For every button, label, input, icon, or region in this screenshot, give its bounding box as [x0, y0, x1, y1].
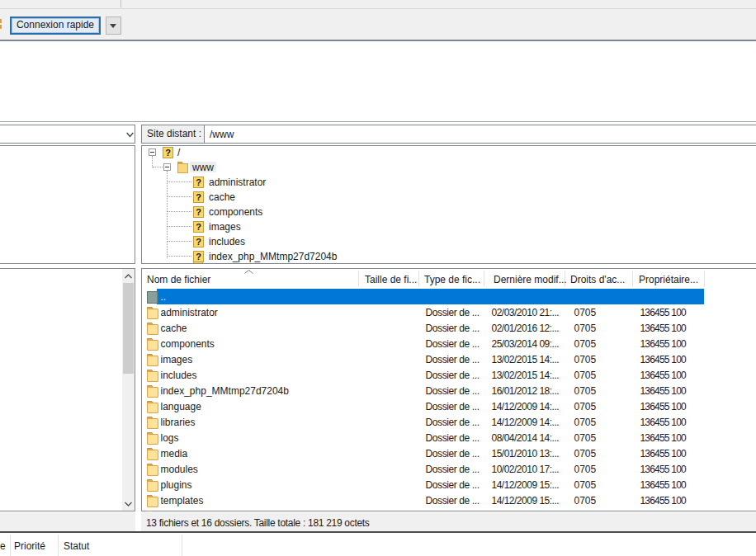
svg-text:?: ?	[196, 207, 201, 217]
svg-text:?: ?	[165, 148, 171, 158]
svg-text:?: ?	[196, 177, 201, 187]
svg-text:?: ?	[196, 222, 201, 232]
svg-text:?: ?	[196, 192, 201, 202]
svg-text:?: ?	[196, 252, 201, 262]
svg-text:?: ?	[196, 237, 201, 247]
